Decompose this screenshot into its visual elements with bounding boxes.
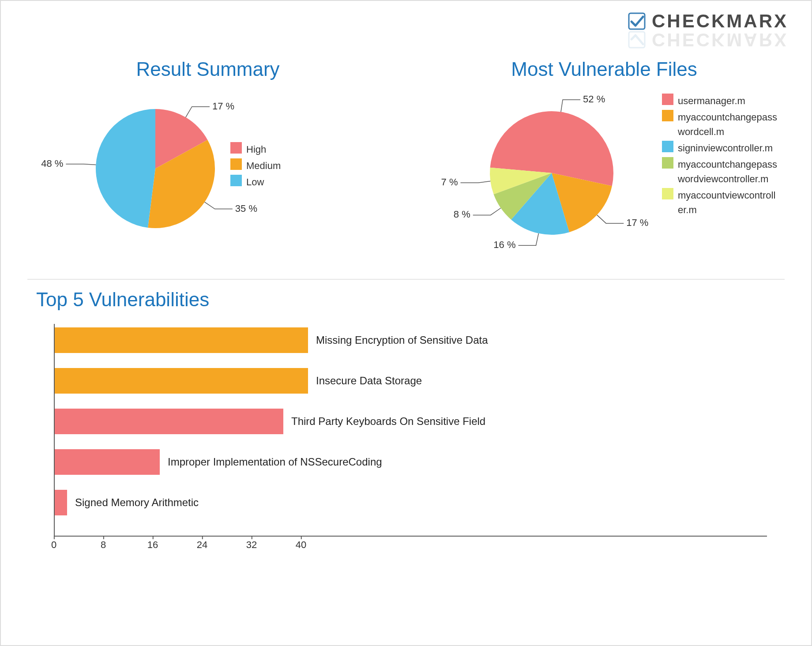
- vulnerable-files-title: Most Vulnerable Files: [415, 58, 793, 80]
- legend-item: signinviewcontroller.m: [662, 141, 779, 155]
- legend-item: usermanager.m: [662, 94, 779, 108]
- result-summary-title: Result Summary: [19, 58, 397, 80]
- brand-logo: CHECKMARX CHECKMARX: [628, 11, 788, 50]
- vulnerable-files-chart: 52 %17 %16 %8 %7 %usermanager.mmyaccount…: [415, 80, 793, 266]
- bar-rect: [55, 449, 160, 475]
- bar-rect: [55, 368, 308, 394]
- top5-x-axis: 0816243240: [54, 537, 767, 554]
- bar-label: Insecure Data Storage: [316, 375, 422, 387]
- leader-line: [518, 233, 538, 245]
- section-divider: [27, 279, 785, 280]
- legend-swatch: [662, 188, 673, 199]
- bar-label: Third Party Keyboards On Sensitive Field: [291, 415, 485, 428]
- legend-item: myaccountchangepasswordviewcontroller.m: [662, 157, 779, 186]
- legend-item: Low: [230, 175, 281, 189]
- bar-label: Missing Encryption of Sensitive Data: [316, 334, 488, 346]
- vulnerable-files-panel: Most Vulnerable Files 52 %17 %16 %8 %7 %…: [415, 58, 793, 266]
- bar-label: Signed Memory Arithmetic: [75, 496, 199, 509]
- legend-item: High: [230, 142, 281, 157]
- legend-swatch: [662, 157, 673, 169]
- leader-line: [186, 107, 210, 117]
- legend-label: usermanager.m: [678, 94, 745, 108]
- pie-svg: [428, 89, 658, 274]
- leader-line: [460, 181, 490, 183]
- leader-line: [66, 164, 96, 165]
- bar-label: Improper Implementation of NSSecureCodin…: [168, 456, 382, 468]
- result-summary-panel: Result Summary 17 %35 %48 %HighMediumLow: [19, 58, 397, 266]
- bar-rect: [55, 490, 67, 515]
- legend-swatch: [230, 158, 242, 170]
- legend-label: myaccountchangepasswordviewcontroller.m: [678, 157, 779, 186]
- legend-label: Medium: [246, 158, 281, 173]
- pie-slice: [96, 109, 155, 228]
- legend-swatch: [662, 110, 673, 121]
- brand-name-reflection: CHECKMARX: [652, 29, 788, 50]
- top5-bar-chart: Missing Encryption of Sensitive DataInse…: [54, 324, 767, 537]
- brand-name: CHECKMARX: [652, 11, 788, 32]
- pie-charts-row: Result Summary 17 %35 %48 %HighMediumLow…: [19, 58, 793, 266]
- legend-label: Low: [246, 175, 264, 189]
- axis-tick: 8: [101, 539, 106, 551]
- pie-legend: usermanager.mmyaccountchangepasswordcell…: [662, 94, 779, 219]
- bar-row: Missing Encryption of Sensitive Data: [55, 324, 767, 357]
- bar-row: Third Party Keyboards On Sensitive Field: [55, 405, 767, 438]
- checkmark-icon: [628, 12, 646, 30]
- axis-tick: 40: [296, 539, 306, 551]
- axis-tick: 32: [246, 539, 257, 551]
- legend-swatch: [230, 175, 242, 186]
- axis-tick: 16: [147, 539, 158, 551]
- top5-title: Top 5 Vulnerabilities: [36, 289, 785, 311]
- bar-rect: [55, 327, 308, 353]
- legend-swatch: [662, 141, 673, 152]
- legend-label: signinviewcontroller.m: [678, 141, 773, 155]
- bar-row: Signed Memory Arithmetic: [55, 486, 767, 519]
- leader-line: [597, 215, 624, 223]
- legend-swatch: [230, 142, 242, 154]
- bar-row: Improper Implementation of NSSecureCodin…: [55, 446, 767, 478]
- axis-tick: 24: [197, 539, 207, 551]
- axis-tick: 0: [51, 539, 56, 551]
- legend-label: myaccountviewcontroller.m: [678, 188, 779, 217]
- legend-swatch: [662, 94, 673, 105]
- legend-item: myaccountchangepasswordcell.m: [662, 110, 779, 139]
- bar-row: Insecure Data Storage: [55, 364, 767, 397]
- top5-panel: Top 5 Vulnerabilities Missing Encryption…: [19, 289, 793, 554]
- checkmark-icon: [628, 31, 646, 49]
- report-page: CHECKMARX CHECKMARX Result Summary 17 %3…: [0, 0, 812, 646]
- pie-legend: HighMediumLow: [230, 142, 281, 191]
- legend-item: Medium: [230, 158, 281, 173]
- legend-label: myaccountchangepasswordcell.m: [678, 110, 779, 139]
- result-summary-chart: 17 %35 %48 %HighMediumLow: [19, 80, 397, 266]
- leader-line: [561, 100, 580, 112]
- legend-label: High: [246, 142, 266, 157]
- legend-item: myaccountviewcontroller.m: [662, 188, 779, 217]
- leader-line: [473, 208, 501, 215]
- bar-rect: [55, 409, 283, 434]
- leader-line: [205, 202, 233, 209]
